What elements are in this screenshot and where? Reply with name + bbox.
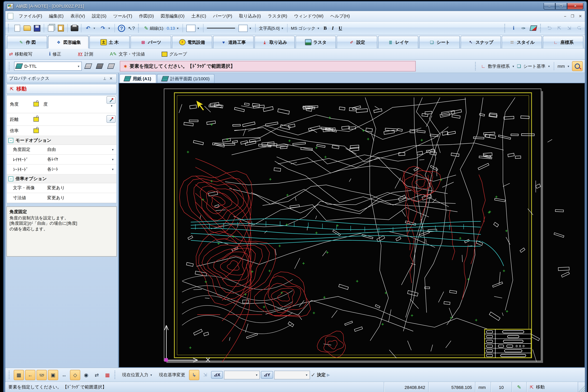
- tab-shape-edit[interactable]: ❖図形編集: [48, 36, 89, 48]
- layer-stack-button[interactable]: [95, 62, 105, 71]
- intersection-snap-button[interactable]: ⇄: [92, 370, 102, 380]
- line-color-select[interactable]: ▼: [185, 24, 201, 32]
- property-panel-header[interactable]: プロパティボックス: [7, 74, 117, 83]
- layer-lock-button[interactable]: [106, 62, 116, 71]
- save-button[interactable]: [33, 24, 42, 32]
- current-position-input-button[interactable]: 現在位置入力▼: [119, 371, 155, 379]
- lock-icon[interactable]: [34, 102, 39, 106]
- tab-paper-a1[interactable]: 用紙 (A1): [119, 74, 156, 83]
- vertex-snap-button[interactable]: ◇: [70, 370, 80, 380]
- toolbar-grip[interactable]: [9, 371, 12, 379]
- dimension-value[interactable]: 変更あり: [47, 195, 116, 201]
- tab-settings[interactable]: ✐設定: [337, 36, 377, 48]
- help-button[interactable]: ?: [117, 24, 126, 32]
- delta-x-input[interactable]: ▼: [224, 370, 260, 379]
- menu-civil[interactable]: 土木(C): [188, 12, 209, 20]
- current-layer-select[interactable]: D-TTL ▼: [14, 62, 82, 71]
- tab-electrical[interactable]: ⚡電気設備: [172, 36, 212, 48]
- measure-button[interactable]: XY計測: [78, 51, 93, 57]
- relative-move-button[interactable]: ↳: [189, 370, 199, 380]
- chevron-down-icon[interactable]: ▼: [112, 168, 116, 171]
- tab-sheet[interactable]: ❏シート: [419, 36, 460, 48]
- close-button[interactable]: [567, 3, 583, 9]
- toolbar-grip[interactable]: [8, 24, 11, 32]
- menu-file[interactable]: ファイル(F): [16, 12, 45, 20]
- undo-button[interactable]: ↶: [84, 24, 93, 32]
- mdi-close-button[interactable]: [578, 14, 583, 18]
- text-height-select[interactable]: 文字高[5.0] ▼: [258, 25, 285, 31]
- menu-import[interactable]: 取り込み(I): [236, 12, 264, 20]
- resize-grip[interactable]: [578, 382, 585, 392]
- center-snap-button[interactable]: ◉: [82, 370, 91, 380]
- font-select[interactable]: MS ゴシック ▼: [290, 25, 321, 31]
- pin-button[interactable]: [102, 76, 108, 80]
- title-bar[interactable]: A納図 [A-NOTE] - [D0PL002Z.P21]: [4, 2, 586, 10]
- undo-dropdown[interactable]: ▾: [94, 26, 97, 30]
- attribute-paint-button[interactable]: [529, 24, 538, 32]
- tab-civil[interactable]: 土土 木: [89, 36, 130, 48]
- attribute-pick-button[interactable]: ✑: [519, 24, 528, 32]
- open-file-button[interactable]: [23, 24, 32, 32]
- toolbar-grip[interactable]: [138, 24, 141, 32]
- tab-roadworks[interactable]: ♥道路工事: [213, 36, 253, 48]
- toolbar-grip[interactable]: [9, 62, 12, 70]
- underline-button[interactable]: U: [337, 25, 344, 31]
- line-style-select[interactable]: [206, 27, 236, 29]
- sheet-mode-select[interactable]: 各ｼｰﾄ: [47, 166, 112, 172]
- angle-pick-button[interactable]: [107, 96, 116, 104]
- text-image-value[interactable]: 変更あり: [47, 185, 116, 191]
- tab-plan-view[interactable]: 計画平面図 (1/1000): [157, 74, 215, 83]
- sheet-ref-select[interactable]: シート基準: [523, 63, 545, 69]
- menu-settings[interactable]: 設定(S): [89, 12, 110, 20]
- context-help-button[interactable]: ↖?: [127, 24, 136, 32]
- new-file-button[interactable]: [13, 24, 22, 32]
- grid-snap-button[interactable]: ▦: [14, 370, 24, 380]
- italic-button[interactable]: I: [330, 25, 336, 31]
- tab-parts[interactable]: ⊞パーツ: [131, 36, 171, 48]
- toolbar-grip[interactable]: [504, 24, 507, 32]
- property-info-button[interactable]: i: [509, 24, 518, 32]
- redo-dropdown[interactable]: ▾: [108, 26, 112, 30]
- red-grid-button[interactable]: ▦: [103, 370, 112, 380]
- toolbar-grip[interactable]: [475, 62, 478, 70]
- tab-draw[interactable]: ✎作 図: [7, 36, 47, 48]
- tab-snap[interactable]: ↖スナップ: [460, 36, 501, 48]
- tab-style[interactable]: ∷スタイル: [502, 36, 542, 48]
- delta-y-input[interactable]: ▼: [274, 370, 310, 379]
- layer-list-button[interactable]: [83, 62, 93, 71]
- bold-button[interactable]: B: [322, 25, 328, 31]
- transform-button-4[interactable]: ⮎: [575, 24, 583, 32]
- menu-tools[interactable]: ツール(T): [110, 12, 135, 20]
- move-copy-button[interactable]: ⇄移動複写: [9, 51, 32, 57]
- mdi-restore-button[interactable]: [570, 14, 575, 18]
- line-type-select[interactable]: ✎ 細線(1): [143, 25, 165, 31]
- angle-dropdown[interactable]: ▼: [110, 104, 116, 107]
- drawing-canvas[interactable]: [119, 83, 585, 368]
- modify-button[interactable]: i修正: [49, 51, 61, 57]
- distance-pick-button[interactable]: [107, 115, 116, 123]
- menu-help[interactable]: ヘルプ(H): [327, 12, 353, 20]
- coord-system-select[interactable]: 数学座標系: [488, 63, 510, 69]
- group-button[interactable]: グループ: [162, 51, 187, 57]
- mdi-minimize-button[interactable]: [563, 14, 567, 18]
- maximize-button[interactable]: [555, 3, 567, 9]
- layer-mode-select[interactable]: 各ﾚｲﾔ: [47, 156, 112, 162]
- menu-view[interactable]: 表示(V): [67, 12, 88, 20]
- fill-color-select[interactable]: ▼: [237, 24, 253, 32]
- transform-button-1[interactable]: ⮌: [545, 24, 554, 32]
- tab-coordinate[interactable]: ∟座標系: [543, 36, 583, 48]
- menu-window[interactable]: ウィンドウ(W): [291, 12, 327, 20]
- next-icon[interactable]: ▶: [327, 372, 330, 377]
- toolbar-grip[interactable]: [115, 371, 117, 379]
- menu-draw[interactable]: 作図(D): [136, 12, 157, 20]
- chevron-down-icon[interactable]: ▼: [112, 148, 116, 151]
- tab-layer[interactable]: ≣レイヤ: [378, 36, 418, 48]
- menu-edit[interactable]: 編集(E): [46, 12, 67, 20]
- copy-button[interactable]: [47, 24, 55, 32]
- current-reference-change-button[interactable]: 現在基準変更: [156, 371, 188, 379]
- menu-raster[interactable]: ラスタ(R): [265, 12, 290, 20]
- angle-fix-select[interactable]: 自由: [47, 147, 112, 152]
- menu-parts[interactable]: パーツ(P): [210, 12, 235, 20]
- menu-shape-edit[interactable]: 図形編集(O): [158, 12, 187, 20]
- redo-button[interactable]: ↷: [99, 24, 107, 32]
